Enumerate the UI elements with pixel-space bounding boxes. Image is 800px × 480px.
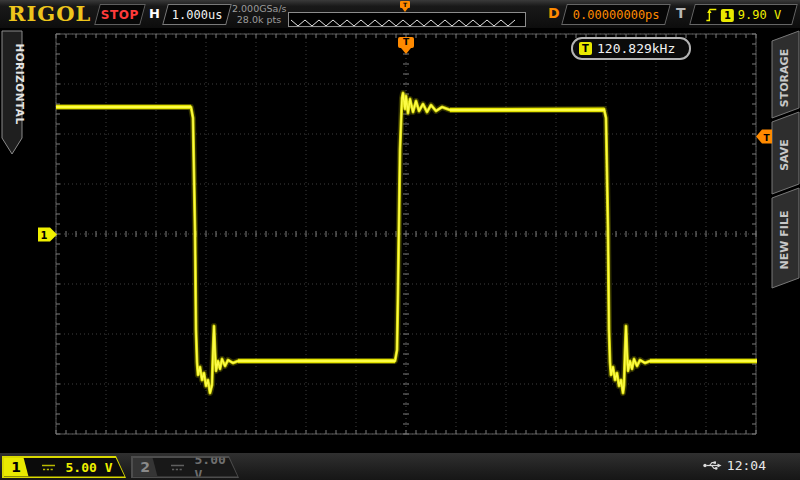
frequency-value: 120.829kHz [597,41,675,56]
frequency-counter-badge: T 120.829kHz [571,37,691,60]
status-text: STOP [101,8,139,22]
waveform-memory-bar[interactable] [288,12,526,27]
horizontal-tab-label: HORIZONTAL [14,43,26,124]
horizontal-label: H [149,6,160,21]
acquisition-status: STOP [94,4,146,25]
waveform-display-area: HORIZONTAL STORAGE SAVE NEW FILE T 120.8… [0,28,800,453]
clock-area: 12:04 [703,458,766,473]
trigger-delay-readout[interactable]: 0.00000000ps [561,4,671,25]
channel1-marker-label: 1 [41,230,48,241]
trigger-level-marker[interactable]: T [756,129,773,144]
channel2-dc-coupling-icon [170,463,185,472]
delay-value: 0.00000000ps [573,8,660,22]
top-status-bar: RIGOL STOP H 1.000us 2.000GSa/s 28.0k pt… [0,0,800,28]
trigger-level-value: 9.90 V [738,8,781,22]
timebase-readout[interactable]: 1.000us [162,4,232,25]
trigger-level-marker-label: T [763,133,770,143]
channel1-level-marker[interactable]: 1 [38,227,58,242]
horizontal-menu-tab[interactable]: HORIZONTAL [1,30,25,160]
counter-trigger-icon: T [579,42,592,55]
channel1-dc-coupling-icon [41,463,56,472]
trigger-position-marker[interactable]: T [398,37,414,55]
channel2-number-badge: 2 [133,458,158,477]
sample-rate: 2.000GSa/s [232,3,286,14]
sample-rate-block: 2.000GSa/s 28.0k pts [232,3,286,25]
menu-tab-new-file-label: NEW FILE [778,211,791,270]
oscilloscope-screen: RIGOL STOP H 1.000us 2.000GSa/s 28.0k pt… [0,0,800,480]
memory-depth: 28.0k pts [232,14,286,25]
rising-edge-icon [706,8,717,22]
menu-tab-storage-label: STORAGE [778,49,791,107]
usb-icon [703,460,722,471]
channel1-scale: 5.00 V [66,460,113,475]
memory-trigger-position-icon: T [400,1,411,12]
trigger-settings-readout[interactable]: 1 9.90 V [689,4,798,25]
trigger-position-arrow-icon [401,48,411,54]
channel2-indicator[interactable]: 2 5.00 V [131,456,239,478]
right-menu-tabs: STORAGE SAVE NEW FILE [770,28,800,293]
trigger-position-flag-label: T [398,37,414,48]
channel1-number-badge: 1 [4,458,29,477]
channel1-indicator[interactable]: 1 5.00 V [2,456,126,478]
channel1-waveform-trace [0,28,800,453]
rigol-logo: RIGOL [8,1,91,26]
clock-time: 12:04 [727,458,766,473]
delay-label: D [548,5,560,21]
trigger-label: T [676,5,686,21]
trigger-source-badge: 1 [721,8,734,21]
menu-tab-save-label: SAVE [778,139,791,171]
timebase-value: 1.000us [172,8,223,22]
memory-waveform-icon [289,17,523,28]
bottom-status-bar: 1 5.00 V 2 5.00 V [0,453,800,480]
